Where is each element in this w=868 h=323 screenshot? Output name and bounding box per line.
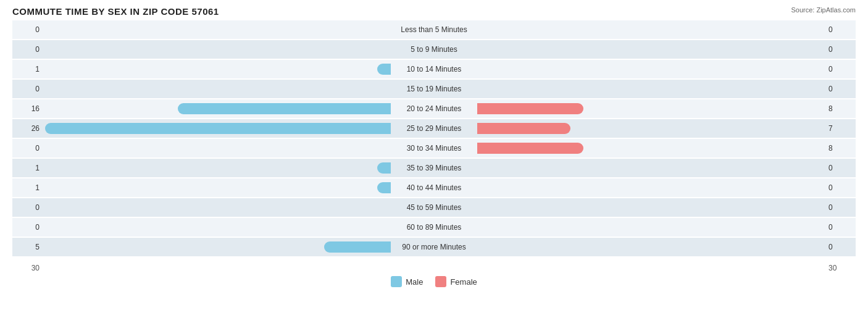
table-row: 060 to 89 Minutes0 (12, 218, 856, 237)
legend-male: Male (391, 276, 423, 287)
row-label: 10 to 14 Minutes (391, 65, 477, 73)
axis-right-label: 30 (825, 264, 856, 272)
source-label: Source: ZipAtlas.com (791, 6, 856, 14)
male-bar (377, 64, 391, 75)
male-value: 0 (12, 25, 43, 34)
male-value: 1 (12, 164, 43, 172)
legend-female-label: Female (450, 277, 477, 287)
male-bar (377, 182, 391, 193)
row-label: 45 to 59 Minutes (391, 203, 477, 212)
axis-row: 30 30 (12, 264, 856, 272)
male-value: 16 (12, 104, 43, 113)
female-value: 0 (825, 85, 856, 93)
table-row: 140 to 44 Minutes0 (12, 178, 856, 197)
table-row: 110 to 14 Minutes0 (12, 60, 856, 78)
chart-area: 0Less than 5 Minutes005 to 9 Minutes0110… (12, 20, 856, 261)
male-value: 26 (12, 124, 43, 133)
female-value: 0 (825, 45, 856, 54)
legend-female: Female (435, 276, 477, 287)
row-label: 35 to 39 Minutes (391, 164, 477, 172)
female-value: 0 (825, 183, 856, 192)
legend-male-box (391, 276, 402, 287)
male-value: 1 (12, 183, 43, 192)
female-value: 0 (825, 164, 856, 172)
male-bar (324, 241, 391, 253)
legend-female-box (435, 276, 446, 287)
row-label: 25 to 29 Minutes (391, 124, 477, 133)
table-row: 2625 to 29 Minutes7 (12, 119, 856, 138)
male-value: 1 (12, 65, 43, 73)
female-value: 7 (825, 124, 856, 133)
female-bar (477, 103, 583, 114)
female-value: 8 (825, 144, 856, 153)
table-row: 030 to 34 Minutes8 (12, 139, 856, 157)
table-row: 015 to 19 Minutes0 (12, 80, 856, 98)
male-value: 5 (12, 243, 43, 251)
row-label: 20 to 24 Minutes (391, 104, 477, 113)
row-label: Less than 5 Minutes (391, 25, 477, 34)
female-value: 0 (825, 223, 856, 232)
table-row: 1620 to 24 Minutes8 (12, 99, 856, 118)
male-value: 0 (12, 85, 43, 93)
row-label: 60 to 89 Minutes (391, 223, 477, 232)
male-value: 0 (12, 223, 43, 232)
female-bar (477, 143, 583, 154)
chart-container: COMMUTE TIME BY SEX IN ZIP CODE 57061 So… (0, 0, 868, 323)
legend-male-label: Male (406, 277, 423, 287)
female-value: 0 (825, 243, 856, 251)
male-bar (377, 162, 391, 174)
axis-left-label: 30 (12, 264, 43, 272)
female-bar (477, 123, 570, 134)
chart-title: COMMUTE TIME BY SEX IN ZIP CODE 57061 (12, 6, 856, 17)
female-value: 0 (825, 203, 856, 212)
row-label: 30 to 34 Minutes (391, 144, 477, 153)
table-row: 590 or more Minutes0 (12, 238, 856, 256)
table-row: 0Less than 5 Minutes0 (12, 20, 856, 39)
male-value: 0 (12, 45, 43, 54)
male-bar (45, 123, 391, 134)
male-bar (178, 103, 391, 114)
table-row: 135 to 39 Minutes0 (12, 159, 856, 177)
row-label: 90 or more Minutes (391, 243, 477, 251)
female-value: 8 (825, 104, 856, 113)
row-label: 15 to 19 Minutes (391, 85, 477, 93)
female-value: 0 (825, 25, 856, 34)
male-value: 0 (12, 144, 43, 153)
male-value: 0 (12, 203, 43, 212)
row-label: 40 to 44 Minutes (391, 183, 477, 192)
table-row: 045 to 59 Minutes0 (12, 198, 856, 217)
legend: Male Female (12, 276, 856, 287)
row-label: 5 to 9 Minutes (391, 45, 477, 54)
table-row: 05 to 9 Minutes0 (12, 40, 856, 59)
female-value: 0 (825, 65, 856, 73)
